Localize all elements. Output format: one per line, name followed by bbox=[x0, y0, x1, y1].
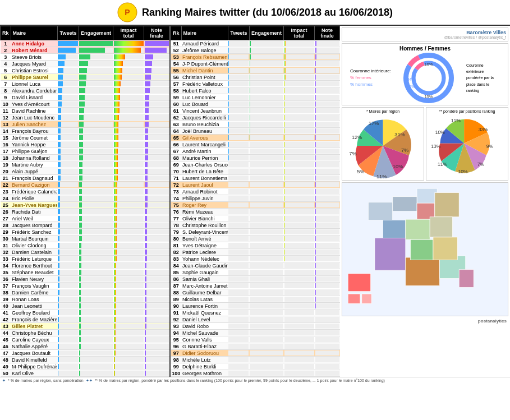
engagement-bar-cell bbox=[249, 175, 283, 182]
impact-bar-cell bbox=[284, 101, 315, 108]
engagement-bar-cell bbox=[249, 161, 283, 168]
rank-cell: 94 bbox=[171, 330, 182, 336]
engagement-bar-cell bbox=[79, 242, 113, 249]
note-bar-cell bbox=[315, 67, 340, 74]
name-cell: Johanna Rolland bbox=[11, 155, 57, 161]
engagement-bar-cell bbox=[79, 108, 113, 114]
rank-cell: 20 bbox=[1, 168, 11, 175]
table-row: 95 Corinne Valls bbox=[171, 336, 340, 343]
note-bar-cell bbox=[144, 94, 169, 101]
tweets-bar-cell bbox=[228, 114, 249, 121]
name-cell: François Vauglin bbox=[11, 283, 57, 289]
note-bar-cell bbox=[315, 276, 340, 283]
note-bar-cell bbox=[315, 370, 340, 377]
col-note-right: Note finale bbox=[315, 26, 340, 40]
svg-rect-31 bbox=[435, 192, 459, 216]
rank-cell: 49 bbox=[1, 363, 11, 370]
rank-cell: 73 bbox=[171, 188, 182, 195]
svg-text:15%: 15% bbox=[425, 94, 433, 99]
engagement-bar-cell bbox=[249, 94, 283, 101]
rank-cell: 17 bbox=[1, 148, 11, 155]
note-bar-cell bbox=[315, 155, 340, 161]
name-cell: François de Mazière bbox=[11, 316, 57, 323]
tweets-bar-cell bbox=[57, 316, 79, 323]
name-cell: Jérôme Coumet bbox=[11, 135, 57, 141]
tweets-bar-cell bbox=[228, 296, 249, 303]
note-bar-cell bbox=[315, 363, 340, 370]
name-cell: Ronan Loas bbox=[11, 296, 57, 303]
tweets-bar-cell bbox=[57, 188, 79, 195]
table-row: 25 Jean-Yves Nargues bbox=[1, 202, 169, 209]
table-row: 16 Yannick Hoppe bbox=[1, 141, 169, 148]
name-cell: Vincent Jeanbrun bbox=[181, 108, 228, 114]
tweets-bar-cell bbox=[57, 330, 79, 336]
tweets-bar-cell bbox=[57, 54, 79, 61]
tweets-bar-cell bbox=[57, 249, 79, 256]
name-cell: François Bayrou bbox=[11, 128, 57, 135]
note-bar-cell bbox=[144, 289, 169, 296]
tweets-bar-cell bbox=[57, 283, 79, 289]
note-bar-cell bbox=[315, 316, 340, 323]
rank-cell: 39 bbox=[1, 296, 11, 303]
impact-bar-cell bbox=[113, 141, 144, 148]
tweets-bar-cell bbox=[228, 350, 249, 357]
svg-text:10%: 10% bbox=[458, 169, 468, 173]
donut-title: Hommes / Femmes bbox=[344, 45, 506, 52]
tweets-bar-cell bbox=[228, 47, 249, 54]
note-bar-cell bbox=[144, 47, 169, 54]
inner-crown-label: Couronne intérieure: bbox=[350, 68, 391, 75]
table-row: 47 Jacques Boutault bbox=[1, 350, 169, 357]
note-bar-cell bbox=[315, 135, 340, 141]
rank-cell: 51 bbox=[171, 40, 182, 47]
svg-text:7%: 7% bbox=[401, 147, 408, 153]
engagement-bar-cell bbox=[249, 323, 283, 330]
impact-bar-cell bbox=[284, 262, 315, 269]
impact-bar-cell bbox=[113, 67, 144, 74]
engagement-bar-cell bbox=[79, 188, 113, 195]
col-tweets-right: Tweets bbox=[228, 26, 249, 40]
name-cell: Bruno Beuchizia bbox=[181, 121, 228, 128]
table-row: 9 David Lisnard bbox=[1, 94, 169, 101]
impact-bar-cell bbox=[284, 121, 315, 128]
rank-cell: 82 bbox=[171, 249, 182, 256]
rank-cell: 5 bbox=[1, 67, 11, 74]
rank-cell: 64 bbox=[171, 128, 182, 135]
name-cell: Christophe Béchu bbox=[11, 330, 57, 336]
engagement-bar-cell bbox=[79, 357, 113, 363]
rank-cell: 34 bbox=[1, 262, 11, 269]
impact-bar-cell bbox=[113, 289, 144, 296]
note-bar-cell bbox=[315, 229, 340, 236]
engagement-bar-cell bbox=[249, 283, 283, 289]
table-row: 57 Frédéric Valletoux bbox=[171, 81, 340, 87]
tweets-bar-cell bbox=[228, 74, 249, 81]
rank-cell: 88 bbox=[171, 289, 182, 296]
svg-rect-33 bbox=[406, 219, 430, 239]
table-row: 27 Ariel Weil bbox=[1, 215, 169, 222]
impact-bar-cell bbox=[284, 40, 315, 47]
tweets-bar-cell bbox=[57, 40, 79, 47]
tweets-bar-cell bbox=[57, 296, 79, 303]
note-bar-cell bbox=[144, 175, 169, 182]
table-row: 39 Ronan Loas bbox=[1, 296, 169, 303]
note-bar-cell bbox=[315, 141, 340, 148]
impact-bar-cell bbox=[284, 222, 315, 229]
impact-bar-cell bbox=[284, 94, 315, 101]
note-bar-cell bbox=[144, 249, 169, 256]
name-cell: Jacques Boutault bbox=[11, 350, 57, 357]
note-bar-cell bbox=[315, 108, 340, 114]
svg-text:P: P bbox=[125, 8, 130, 17]
note-bar-cell bbox=[315, 61, 340, 67]
engagement-bar-cell bbox=[79, 343, 113, 350]
name-cell: Patrice Leclere bbox=[181, 249, 228, 256]
name-cell: Rémi Muzeau bbox=[181, 209, 228, 215]
name-cell: Marc-Antoine Jamet bbox=[181, 283, 228, 289]
name-cell: Didier Sodoruou bbox=[181, 350, 228, 357]
impact-bar-cell bbox=[284, 128, 315, 135]
tweets-bar-cell bbox=[228, 229, 249, 236]
impact-bar-cell bbox=[284, 67, 315, 74]
note-bar-cell bbox=[144, 330, 169, 336]
name-cell: Delphine Bürkli bbox=[181, 363, 228, 370]
engagement-bar-cell bbox=[79, 276, 113, 283]
name-cell: Damien Carême bbox=[11, 289, 57, 296]
tweets-bar-cell bbox=[228, 236, 249, 242]
